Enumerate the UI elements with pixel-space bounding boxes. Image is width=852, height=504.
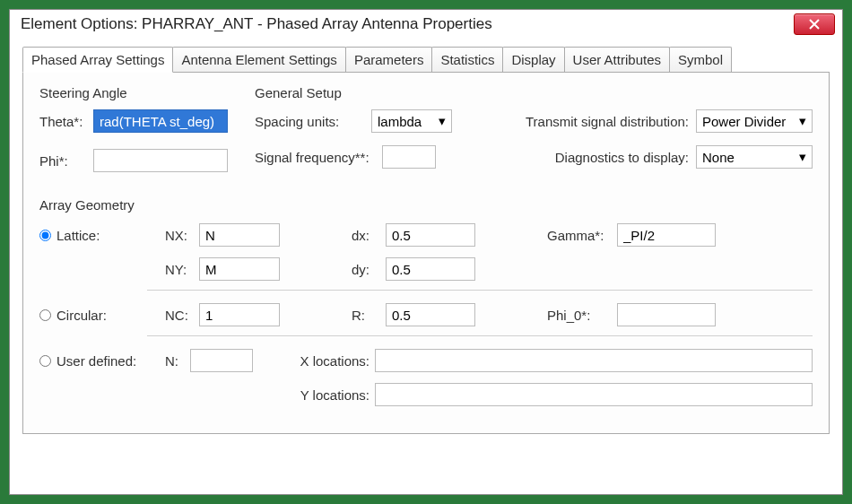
array-geometry-section: Array Geometry Lattice: NX: dx: Gamma*:	[39, 197, 813, 406]
n-input[interactable]	[190, 349, 253, 372]
steering-angle-title: Steering Angle	[39, 85, 246, 100]
user-defined-label: User defined:	[57, 353, 136, 369]
general-setup-title: General Setup	[255, 85, 517, 100]
gamma-label: Gamma*:	[547, 228, 617, 243]
tab-statistics[interactable]: Statistics	[431, 47, 503, 73]
chevron-down-icon: ▾	[799, 149, 806, 165]
steering-angle-section: Steering Angle Theta*: Phi*:	[39, 85, 246, 181]
array-geometry-title: Array Geometry	[39, 197, 813, 213]
tab-user-attributes[interactable]: User Attributes	[564, 47, 670, 73]
tab-bar: Phased Array Settings Antenna Element Se…	[22, 47, 830, 73]
dy-label: dy:	[352, 262, 386, 277]
circular-label: Circular:	[57, 308, 107, 323]
theta-input[interactable]	[93, 109, 228, 133]
phi-input[interactable]	[93, 149, 228, 172]
chevron-down-icon: ▾	[799, 113, 806, 129]
user-defined-radio[interactable]: User defined:	[39, 353, 165, 369]
dx-input[interactable]	[386, 223, 475, 247]
general-setup-right: . Transmit signal distribution: Power Di…	[526, 85, 813, 181]
signal-frequency-input[interactable]	[382, 145, 436, 169]
lattice-radio[interactable]: Lattice:	[39, 228, 165, 243]
gamma-input[interactable]	[617, 223, 716, 247]
spacing-units-dropdown[interactable]: lambda ▾	[371, 109, 452, 133]
tab-display[interactable]: Display	[502, 47, 564, 73]
nx-input[interactable]	[199, 223, 280, 247]
tab-parameters[interactable]: Parameters	[345, 47, 433, 73]
chevron-down-icon: ▾	[439, 113, 446, 129]
close-icon	[809, 19, 820, 30]
diagnostics-label: Diagnostics to display:	[555, 150, 689, 165]
yloc-label: Y locations:	[289, 387, 369, 403]
user-defined-radio-input[interactable]	[39, 355, 51, 367]
diagnostics-dropdown[interactable]: None ▾	[696, 145, 813, 169]
nc-label: NC:	[165, 308, 199, 323]
r-input[interactable]	[386, 303, 475, 326]
dialog-content: Phased Array Settings Antenna Element Se…	[10, 39, 842, 494]
tab-panel: Steering Angle Theta*: Phi*: General Set…	[22, 72, 830, 434]
top-grid: Steering Angle Theta*: Phi*: General Set…	[39, 85, 813, 181]
diagnostics-value: None	[702, 150, 735, 165]
ny-input[interactable]	[199, 257, 280, 281]
spacing-units-label: Spacing units:	[255, 114, 371, 129]
yloc-input[interactable]	[375, 383, 813, 406]
ny-label: NY:	[165, 262, 199, 277]
lattice-label: Lattice:	[57, 228, 100, 243]
separator	[147, 335, 813, 336]
dy-input[interactable]	[386, 257, 475, 281]
r-label: R:	[352, 308, 386, 323]
title-bar: Element Options: PHARRAY_ANT - Phased Ar…	[10, 10, 842, 39]
phi0-input[interactable]	[617, 303, 716, 326]
n-label: N:	[165, 353, 190, 369]
xloc-label: X locations:	[289, 353, 369, 369]
phi0-label: Phi_0*:	[547, 308, 617, 323]
theta-label: Theta*:	[39, 114, 93, 129]
lattice-radio-input[interactable]	[39, 230, 51, 241]
phi-label: Phi*:	[39, 153, 93, 169]
tx-distribution-label: Transmit signal distribution:	[526, 114, 689, 129]
xloc-input[interactable]	[375, 349, 813, 372]
dialog-window: Element Options: PHARRAY_ANT - Phased Ar…	[9, 9, 843, 495]
circular-radio-input[interactable]	[39, 309, 51, 321]
window-title: Element Options: PHARRAY_ANT - Phased Ar…	[21, 15, 794, 33]
signal-frequency-label: Signal frequency**:	[255, 150, 382, 165]
tx-distribution-dropdown[interactable]: Power Divider ▾	[696, 109, 813, 133]
tab-antenna-element-settings[interactable]: Antenna Element Settings	[172, 47, 345, 73]
nx-label: NX:	[165, 228, 199, 243]
spacing-units-value: lambda	[378, 114, 422, 129]
circular-radio[interactable]: Circular:	[39, 308, 165, 323]
dx-label: dx:	[352, 228, 386, 243]
separator	[147, 290, 813, 291]
tx-distribution-value: Power Divider	[702, 114, 786, 129]
tab-phased-array-settings[interactable]: Phased Array Settings	[22, 47, 173, 73]
close-button[interactable]	[794, 13, 835, 35]
tab-symbol[interactable]: Symbol	[669, 47, 732, 73]
general-setup-left: General Setup Spacing units: lambda ▾ Si…	[255, 85, 517, 181]
nc-input[interactable]	[199, 303, 280, 326]
